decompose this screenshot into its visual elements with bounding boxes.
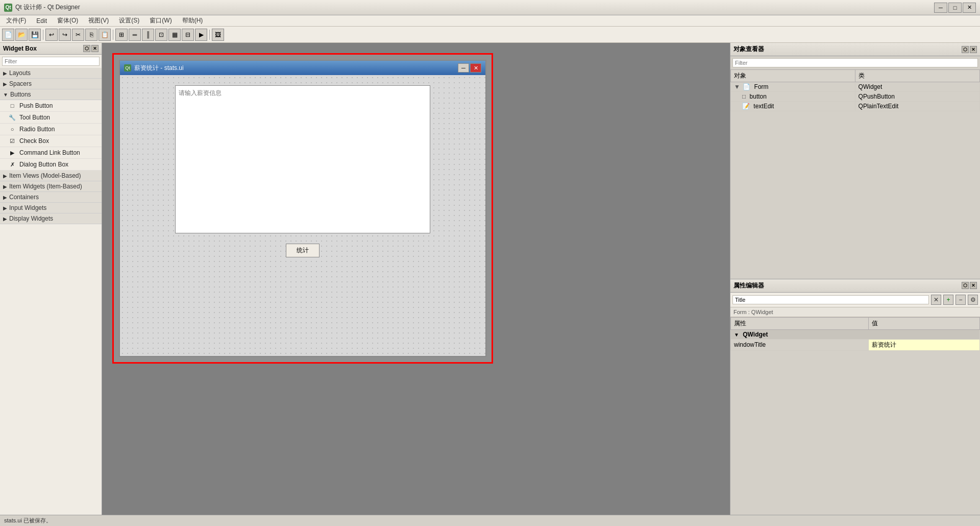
property-group-qwidget[interactable]: ▼ QWidget (731, 329, 980, 339)
menu-edit[interactable]: Edit (32, 16, 51, 26)
object-inspector: 对象查看器 ⬡ ✕ 对象 类 ▼ (730, 43, 980, 279)
property-value-window-title[interactable]: 薪资统计 (868, 339, 979, 350)
toolbar-open[interactable]: 📂 (15, 29, 28, 41)
object-inspector-close-btn[interactable]: ✕ (970, 46, 977, 53)
property-config-btn[interactable]: ⚙ (968, 295, 978, 305)
object-col-header-class: 类 (855, 70, 979, 82)
widget-box-header: Widget Box ⬡ ✕ (0, 43, 102, 55)
design-stats-button[interactable]: 统计 (286, 244, 320, 257)
widget-box: Widget Box ⬡ ✕ ▶ Layouts ▶ Spacers ▼ But… (0, 43, 102, 515)
menu-help[interactable]: 帮助(H) (178, 15, 207, 26)
property-editor-header: 属性编辑器 ⬡ ✕ (730, 279, 980, 293)
menu-file[interactable]: 文件(F) (2, 15, 30, 26)
toolbar-redo[interactable]: ↪ (59, 29, 71, 41)
property-col-header-name: 属性 (731, 317, 869, 329)
item-widgets-arrow-icon: ▶ (3, 184, 7, 189)
toolbar-preview[interactable]: ▶ (195, 29, 207, 41)
widget-item-check-box[interactable]: ☑ Check Box (0, 135, 102, 147)
object-inspector-filter[interactable] (732, 58, 978, 67)
toolbar-undo[interactable]: ↩ (45, 29, 58, 41)
widget-box-filter[interactable] (2, 57, 100, 66)
object-table: 对象 类 ▼ 📄 Form QWidget (730, 69, 980, 111)
dialog-button-box-icon: ✗ (8, 160, 16, 169)
widget-category-layouts[interactable]: ▶ Layouts (0, 68, 102, 79)
menu-window[interactable]: 窗口(W) (145, 15, 176, 26)
toolbar-cut[interactable]: ✂ (72, 29, 84, 41)
item-views-arrow-icon: ▶ (3, 173, 7, 179)
widget-box-close-btn[interactable]: ✕ (91, 45, 99, 52)
property-editor-close-btn[interactable]: ✕ (970, 282, 977, 289)
property-filter-input[interactable] (732, 295, 929, 304)
design-window-title: 薪资统计 - stats.ui (134, 64, 455, 73)
property-editor-title: 属性编辑器 (733, 281, 764, 290)
widget-item-radio-button[interactable]: ○ Radio Button (0, 124, 102, 135)
expand-icon[interactable]: ▼ (734, 83, 740, 90)
toolbar-hline[interactable]: ═ (129, 29, 141, 41)
window-controls: ─ □ ✕ (934, 3, 976, 13)
widget-category-item-widgets[interactable]: ▶ Item Widgets (Item-Based) (0, 181, 102, 192)
property-editor-float-btn[interactable]: ⬡ (962, 282, 969, 289)
menu-bar: 文件(F) Edit 窗体(O) 视图(V) 设置(S) 窗口(W) 帮助(H) (0, 15, 980, 27)
widget-item-tool-button[interactable]: 🔧 Tool Button (0, 112, 102, 124)
widget-box-float-btn[interactable]: ⬡ (83, 45, 90, 52)
toolbar-resource[interactable]: 🖼 (212, 29, 224, 41)
menu-view[interactable]: 视图(V) (84, 15, 113, 26)
property-remove-btn[interactable]: − (955, 295, 966, 305)
toolbar-save[interactable]: 💾 (29, 29, 41, 41)
design-canvas-wrapper: Qt 薪资统计 - stats.ui ─ ✕ 统计 (112, 53, 493, 364)
item-views-label: Item Views (Model-Based) (9, 172, 81, 179)
object-row-textedit-class: QPlainTextEdit (855, 102, 979, 111)
property-add-btn[interactable]: + (943, 295, 953, 305)
toolbar-copy[interactable]: ⎘ (85, 29, 97, 41)
property-filter-bar: ✕ + − ⚙ (730, 293, 980, 307)
widget-category-display-widgets[interactable]: ▶ Display Widgets (0, 213, 102, 224)
radio-button-icon: ○ (8, 125, 16, 133)
close-button[interactable]: ✕ (963, 3, 976, 13)
design-textarea[interactable] (175, 85, 430, 233)
toolbar-paste[interactable]: 📋 (99, 29, 111, 41)
toolbar-vline[interactable]: ║ (142, 29, 154, 41)
property-filter-clear-btn[interactable]: ✕ (931, 295, 941, 305)
table-row[interactable]: ▼ 📄 Form QWidget (731, 82, 980, 92)
design-window-body[interactable]: 统计 (120, 75, 485, 356)
property-group-label: ▼ QWidget (731, 329, 980, 339)
widget-item-push-button[interactable]: □ Push Button (0, 100, 102, 112)
widget-category-item-views[interactable]: ▶ Item Views (Model-Based) (0, 171, 102, 181)
widget-item-dialog-button-box[interactable]: ✗ Dialog Button Box (0, 159, 102, 171)
item-widgets-label: Item Widgets (Item-Based) (9, 183, 82, 190)
property-row[interactable]: windowTitle 薪资统计 (731, 339, 980, 350)
toolbar-grid[interactable]: ⊞ (115, 29, 128, 41)
design-window-minimize-btn[interactable]: ─ (458, 63, 469, 73)
check-box-icon: ☑ (8, 137, 16, 145)
widget-category-buttons[interactable]: ▼ Buttons (0, 89, 102, 100)
menu-settings[interactable]: 设置(S) (115, 15, 143, 26)
minimize-button[interactable]: ─ (934, 3, 947, 13)
widget-item-command-link[interactable]: ▶ Command Link Button (0, 147, 102, 159)
table-row[interactable]: □ button QPushButton (731, 92, 980, 102)
table-row[interactable]: 📝 textEdit QPlainTextEdit (731, 102, 980, 111)
property-table: 属性 值 ▼ QWidget windowTitle 薪资统计 (730, 317, 980, 351)
command-link-icon: ▶ (8, 149, 16, 157)
canvas-area: Qt 薪资统计 - stats.ui ─ ✕ 统计 (102, 43, 730, 515)
design-window-close-btn[interactable]: ✕ (470, 63, 481, 73)
button-tree-icon: □ (742, 93, 746, 100)
property-group-expand-icon: ▼ (734, 332, 739, 338)
object-row-button-class: QPushButton (855, 92, 979, 102)
widget-category-input-widgets[interactable]: ▶ Input Widgets (0, 203, 102, 213)
layouts-label: Layouts (9, 69, 31, 77)
widget-category-spacers[interactable]: ▶ Spacers (0, 79, 102, 89)
toolbar-table[interactable]: ▦ (168, 29, 181, 41)
object-inspector-header-buttons: ⬡ ✕ (962, 46, 977, 53)
status-bar: stats.ui 已被保存。 (0, 515, 980, 526)
toolbar-form[interactable]: ⊡ (155, 29, 167, 41)
toolbar-break[interactable]: ⊟ (182, 29, 194, 41)
object-inspector-float-btn[interactable]: ⬡ (962, 46, 969, 53)
maximize-button[interactable]: □ (948, 3, 962, 13)
property-editor: 属性编辑器 ⬡ ✕ ✕ + − ⚙ Form : QWidget 属性 值 (730, 279, 980, 515)
menu-form[interactable]: 窗体(O) (53, 15, 82, 26)
widget-category-containers[interactable]: ▶ Containers (0, 192, 102, 203)
design-window-buttons: ─ ✕ (458, 63, 481, 73)
toolbar-new[interactable]: 📄 (2, 29, 14, 41)
object-row-form-class: QWidget (855, 82, 979, 92)
right-panels: 对象查看器 ⬡ ✕ 对象 类 ▼ (730, 43, 980, 515)
